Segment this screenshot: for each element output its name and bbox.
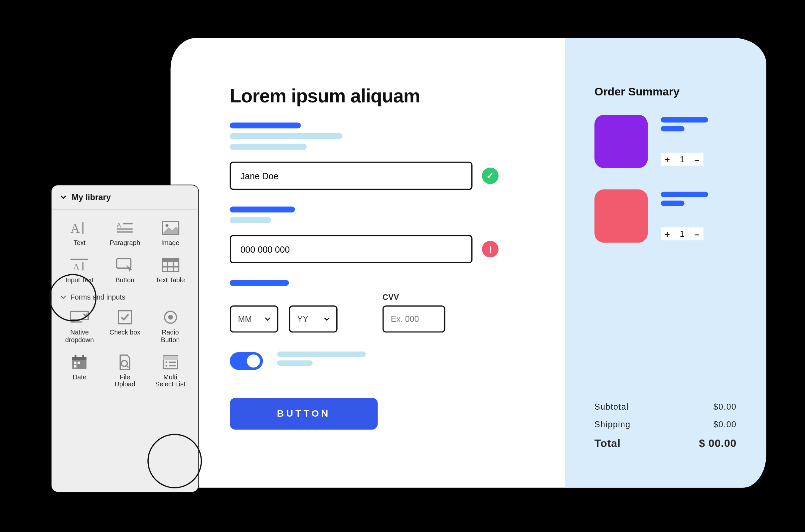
total-value: $ 00.00 [699, 437, 736, 450]
library-item-radio-button[interactable]: Radio Button [149, 307, 191, 345]
image-icon [160, 219, 181, 237]
plus-icon[interactable]: + [661, 227, 674, 241]
chevron-down-icon [264, 316, 271, 323]
library-item-text-table[interactable]: Text Table [149, 255, 191, 285]
calendar-icon [70, 353, 90, 371]
check-icon: ✓ [482, 168, 499, 184]
text-icon: A [70, 219, 90, 237]
chevron-down-icon [323, 316, 330, 323]
library-item-button[interactable]: Button [104, 255, 146, 285]
svg-rect-5 [117, 231, 133, 233]
label-placeholder-group-3 [230, 280, 529, 286]
svg-rect-23 [73, 357, 87, 360]
library-item-native-dropdown[interactable]: Native dropdown [59, 307, 100, 345]
button-icon [115, 256, 135, 274]
shipping-value: $0.00 [713, 420, 737, 429]
order-item: + 1 – [595, 115, 736, 168]
dropdown-icon [70, 308, 90, 326]
subtotal-value: $0.00 [713, 402, 737, 411]
library-item-label: Text [74, 239, 86, 247]
svg-rect-11 [117, 258, 131, 268]
library-item-date[interactable]: Date [59, 352, 100, 390]
label-placeholder-group [230, 122, 529, 150]
svg-rect-1 [82, 222, 84, 234]
library-item-multi-select[interactable]: Multi Select List [149, 352, 191, 390]
total-label: Total [595, 437, 621, 450]
name-input[interactable] [230, 162, 473, 190]
dropdown-value: YY [297, 314, 308, 324]
paragraph-icon: A [115, 219, 135, 237]
cvv-input[interactable] [382, 305, 445, 332]
order-summary-panel: Order Summary + 1 – [565, 38, 766, 488]
minus-icon[interactable]: – [690, 153, 703, 166]
library-item-label: Image [161, 239, 179, 247]
input-text-icon: A [70, 256, 90, 274]
library-title: My library [72, 192, 111, 202]
svg-point-35 [165, 365, 167, 366]
quantity-stepper[interactable]: + 1 – [661, 153, 736, 166]
library-item-check-box[interactable]: Check box [104, 307, 146, 345]
library-panel: My library A Text A Paragraph Image A In… [51, 185, 199, 492]
svg-point-33 [165, 361, 167, 363]
submit-button[interactable]: BUTTON [230, 398, 378, 430]
library-item-image[interactable]: Image [149, 218, 191, 248]
form-panel: Lorem ipsum aliquam ✓ ! MM [171, 38, 565, 488]
plus-icon[interactable]: + [661, 153, 674, 166]
svg-point-7 [165, 224, 168, 227]
library-section-forms[interactable]: Forms and inputs [60, 293, 191, 302]
quantity-value: 1 [674, 153, 691, 166]
toggle-switch[interactable] [230, 352, 263, 370]
product-swatch [595, 115, 648, 168]
number-input[interactable] [230, 235, 473, 263]
order-summary-title: Order Summary [595, 85, 736, 98]
library-item-label: Input Text [65, 276, 94, 284]
svg-rect-24 [75, 355, 76, 358]
svg-rect-26 [74, 361, 76, 364]
expiry-month-dropdown[interactable]: MM [230, 305, 278, 332]
library-item-label: Date [73, 373, 86, 381]
library-item-label: Check box [109, 328, 141, 336]
cvv-label: CVV [382, 293, 445, 302]
svg-rect-18 [71, 322, 82, 323]
svg-text:A: A [71, 221, 80, 235]
highlight-ring-icon [147, 434, 202, 489]
svg-rect-4 [117, 228, 133, 230]
library-item-text[interactable]: A Text [59, 218, 100, 248]
radio-icon [160, 308, 181, 326]
library-item-input-text[interactable]: A Input Text [59, 255, 100, 285]
svg-rect-27 [78, 361, 80, 364]
svg-rect-8 [71, 258, 88, 260]
expiry-year-dropdown[interactable]: YY [289, 305, 338, 332]
library-item-label: Button [115, 276, 134, 284]
svg-rect-28 [74, 365, 76, 367]
library-section-label: Forms and inputs [71, 293, 126, 302]
quantity-value: 1 [674, 227, 691, 241]
svg-rect-32 [163, 356, 177, 359]
library-item-label: Native dropdown [65, 328, 94, 343]
dropdown-value: MM [238, 314, 252, 324]
alert-icon: ! [482, 241, 499, 258]
library-item-paragraph[interactable]: A Paragraph [104, 218, 146, 248]
svg-rect-13 [162, 258, 179, 262]
library-item-label: Text Table [156, 276, 185, 284]
svg-rect-3 [123, 223, 132, 225]
svg-rect-25 [82, 355, 84, 358]
svg-point-21 [168, 315, 173, 320]
label-placeholder-group-2 [230, 207, 529, 223]
svg-text:A: A [117, 222, 121, 229]
library-header[interactable]: My library [52, 185, 198, 209]
subtotal-label: Subtotal [595, 402, 629, 411]
checkbox-icon [115, 308, 135, 326]
quantity-stepper[interactable]: + 1 – [661, 227, 736, 241]
table-icon [160, 256, 181, 274]
page-title: Lorem ipsum aliquam [230, 85, 529, 107]
library-item-label: Multi Select List [155, 373, 185, 388]
library-item-label: Radio Button [161, 328, 180, 343]
svg-text:A: A [73, 262, 80, 272]
svg-rect-34 [169, 361, 176, 363]
svg-rect-36 [169, 365, 176, 366]
file-upload-icon [115, 353, 135, 371]
library-item-file-upload[interactable]: File Upload [104, 352, 146, 390]
minus-icon[interactable]: – [690, 227, 703, 241]
svg-rect-10 [82, 262, 84, 270]
